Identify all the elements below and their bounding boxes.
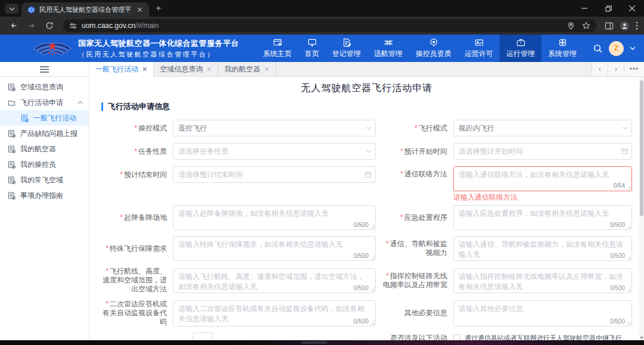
side-panel-icon[interactable]	[605, 21, 614, 30]
tab-scroll-controls: ‹ › •••	[592, 62, 644, 76]
other-info-textarea[interactable]	[453, 300, 632, 327]
sidebar-collapse-button[interactable]	[0, 62, 89, 76]
emergency-procedure-textarea[interactable]	[453, 205, 632, 230]
new-tab-button[interactable]: ＋	[154, 2, 163, 14]
sidebar-item-airspace-info-query[interactable]: 空域信息查询	[0, 79, 89, 95]
drone-icon	[384, 38, 393, 47]
browser-tab-title: 民用无人驾驶航空器综合管理平	[39, 5, 131, 14]
tab-scroll-left-button[interactable]: ‹	[592, 62, 608, 76]
nav-item-operator-qualification[interactable]: 操控员资质	[409, 35, 458, 62]
nav-item-registration[interactable]: 登记管理	[326, 35, 367, 62]
nav-item-airworthiness[interactable]: 适航管理	[367, 35, 409, 62]
field-label: *二次雷达应答机或有关自动监视设备代码	[101, 300, 173, 327]
browser-tab[interactable]: 民用无人驾驶航空器综合管理平 ✕	[21, 2, 149, 17]
sidebar-item-my-operators[interactable]: 我的操控员	[0, 157, 89, 172]
route-altitude-textarea[interactable]	[173, 268, 376, 293]
bookmark-star-icon[interactable]	[582, 21, 590, 30]
chevron-down-icon	[623, 126, 628, 130]
field-label: 其他必要信息	[383, 309, 453, 318]
caac-wings-logo-icon	[33, 39, 72, 57]
page-tab-airspace-query[interactable]: 空域信息查询✕	[154, 62, 218, 76]
field-label: *指挥控制链路无线电频率以及占用带宽	[383, 272, 453, 290]
chrome-menu-icon[interactable]	[636, 21, 638, 30]
bottom-edge-strip	[0, 340, 644, 345]
tab-more-button[interactable]: •••	[624, 62, 644, 76]
nav-item-system-home[interactable]: 系统主页	[256, 35, 298, 62]
char-counter: 0/500	[608, 285, 625, 291]
char-counter: 0/500	[608, 253, 625, 259]
takeoff-sites-textarea[interactable]	[173, 205, 376, 230]
sidebar-item-guide[interactable]: 事项办理指南	[0, 188, 89, 203]
tab-search-button[interactable]	[5, 4, 19, 14]
url-text: uom.caac.gov.cn/#/main	[82, 21, 159, 30]
transponder-code-textarea[interactable]	[173, 300, 376, 327]
monitor-icon	[308, 38, 317, 47]
scrollbar-down-arrow[interactable]	[640, 337, 643, 340]
comm-method-textarea[interactable]	[453, 166, 632, 191]
toolbar-right	[602, 21, 638, 31]
start-time-input[interactable]	[453, 143, 632, 160]
close-button[interactable]	[620, 0, 644, 17]
form-doc-icon	[8, 130, 16, 138]
sidebar-item-my-frequent-airspace[interactable]: 我的常飞空域	[0, 172, 89, 188]
field-label: 是否涉及以下活动	[383, 332, 453, 340]
flight-mode-select[interactable]	[453, 120, 632, 136]
window-controls	[572, 0, 644, 17]
page-tab-general-flight[interactable]: 一般飞行活动✕	[89, 62, 154, 77]
chevron-down-icon	[9, 7, 15, 11]
field-label: *飞行模式	[383, 124, 453, 133]
url-bar[interactable]: uom.caac.gov.cn/#/main	[63, 19, 596, 32]
checkbox[interactable]	[453, 334, 460, 340]
validation-error: 请输入通信联络方法	[453, 193, 632, 201]
special-support-textarea[interactable]	[173, 236, 376, 261]
comm-nav-surveillance-textarea[interactable]	[453, 236, 632, 261]
sidebar-item-my-aircraft[interactable]: 我的航空器	[0, 141, 89, 157]
content-scrollbar[interactable]	[639, 77, 644, 340]
back-button[interactable]	[6, 18, 21, 33]
app-header: 国家无人驾驶航空器一体化综合监管服务平台 （民用无人驾驶航空器综合管理平台） 系…	[0, 35, 644, 62]
nav-item-operation-license[interactable]: 运营许可	[458, 35, 500, 62]
browser-toolbar: uom.caac.gov.cn/#/main	[0, 17, 644, 35]
tab-close-icon[interactable]: ✕	[264, 66, 269, 73]
minimize-button[interactable]	[572, 0, 596, 17]
field-label: *任务性质	[101, 147, 173, 156]
reload-button[interactable]	[42, 18, 57, 33]
sidebar-item-general-flight-activity[interactable]: 一般飞行活动	[0, 110, 89, 126]
site-info-icon[interactable]	[69, 22, 77, 30]
char-counter: 0/64	[612, 182, 625, 189]
user-avatar[interactable]: Z	[609, 41, 624, 56]
form-doc-icon	[8, 145, 16, 153]
main-content: 无人驾驶航空器飞行活动申请 飞行活动申请信息 *操控模式 *飞行模式	[89, 77, 644, 340]
nav-item-home[interactable]: 首页	[298, 35, 326, 62]
scrollbar-thumb[interactable]	[640, 80, 643, 216]
restore-button[interactable]	[596, 0, 620, 17]
sidebar-item-product-defect-report[interactable]: 产品缺陷问题上报	[0, 126, 89, 141]
search-icon[interactable]	[593, 43, 603, 54]
sidebar-item-flight-activity-application[interactable]: 飞行活动申请	[0, 95, 89, 110]
nav-item-operation-management[interactable]: 运行管理	[500, 35, 541, 62]
site-favicon-icon	[27, 6, 35, 14]
upload-approval-file-button[interactable]: ＋	[193, 332, 213, 340]
control-link-textarea[interactable]	[453, 268, 632, 293]
tab-close-icon[interactable]: ✕	[135, 5, 144, 14]
document-edit-icon	[342, 38, 351, 47]
nav-item-system-management[interactable]: 系统管理	[541, 35, 583, 62]
page-tab-my-aircraft[interactable]: 我的航空器✕	[218, 62, 275, 76]
form-doc-icon	[8, 192, 16, 200]
activity-option: 通过通信基站或者互联网进行无人驾驶航空器中继飞行	[453, 332, 644, 340]
chevron-down-icon	[366, 150, 371, 153]
profile-icon[interactable]	[620, 21, 630, 31]
header-tools: Z	[583, 41, 644, 56]
form-doc-icon	[21, 114, 29, 122]
forward-button[interactable]	[24, 18, 39, 33]
control-mode-select[interactable]	[173, 120, 376, 136]
task-nature-select[interactable]	[173, 143, 376, 160]
location-pin-icon[interactable]	[567, 22, 575, 30]
tab-close-icon[interactable]: ✕	[142, 66, 147, 73]
form-doc-icon	[8, 161, 16, 169]
tab-scroll-right-button[interactable]: ›	[608, 62, 624, 76]
end-time-input[interactable]	[173, 166, 376, 183]
user-menu-chevron-icon[interactable]	[630, 46, 636, 50]
hamburger-icon	[40, 66, 49, 73]
tab-close-icon[interactable]: ✕	[206, 66, 212, 73]
